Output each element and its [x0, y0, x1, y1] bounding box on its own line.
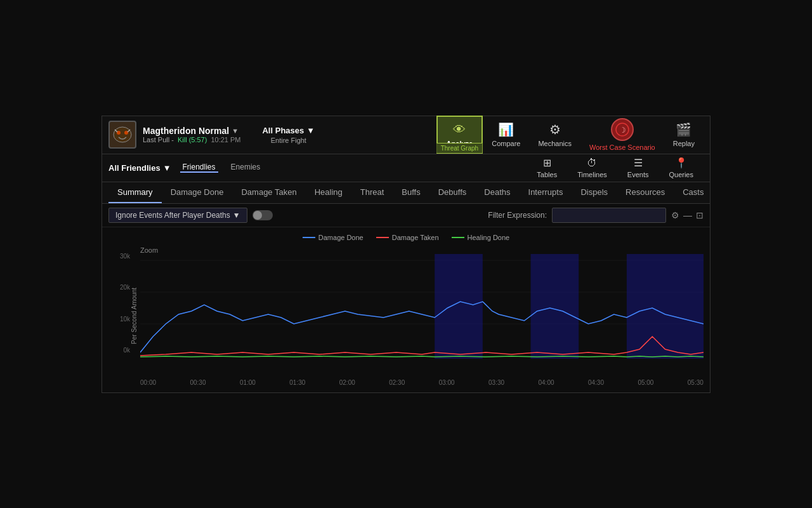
friendlies-enemies-tabs: Friendlies Enemies: [180, 163, 263, 173]
tab-resources[interactable]: Resources: [617, 182, 674, 203]
chart-legend: Damage Done Damage Taken Healing Done: [108, 234, 704, 241]
filter-expand-button[interactable]: ⊡: [696, 210, 704, 220]
tab-damage-done[interactable]: Damage Done: [162, 182, 233, 203]
svg-point-0: [114, 127, 131, 142]
nav-buttons: 👁 Analyze Threat Graph 📊 Compare ⚙ Mecha…: [436, 116, 704, 154]
filter-right: Filter Expression: ⚙ — ⊡: [488, 208, 704, 223]
legend-dot-damage-done: [303, 237, 315, 238]
boss-name[interactable]: Magtheridon Normal ▼: [143, 126, 240, 136]
tables-icon: ⊞: [543, 157, 551, 169]
tab-threat[interactable]: Threat: [351, 182, 393, 203]
tabs-row: Summary Damage Done Damage Taken Healing…: [102, 182, 710, 204]
damage-done-line: [140, 302, 704, 352]
chart-svg: [140, 254, 704, 378]
events-icon: ☰: [634, 157, 643, 169]
friendlies-tab[interactable]: Friendlies: [180, 163, 218, 173]
chart-with-axes: Per Second Amount Zoom 30k 20k 10k 0k: [108, 246, 704, 386]
healing-done-line: [140, 356, 704, 357]
queries-button[interactable]: 📍 Queries: [658, 154, 704, 182]
second-bar: All Friendlies ▼ Friendlies Enemies ⊞ Ta…: [102, 154, 710, 182]
mechanics-icon: ⚙: [549, 122, 561, 137]
chart-area: Damage Done Damage Taken Healing Done Pe…: [102, 227, 710, 392]
y-labels: 30k 20k 10k 0k: [120, 253, 130, 354]
second-bar-right: ⊞ Tables ⏱ Timelines ☰ Events 📍 Queries: [527, 154, 704, 182]
tab-casts[interactable]: Casts: [674, 182, 712, 203]
threat-graph-dropdown: Threat Graph: [437, 143, 482, 153]
replay-icon: 🎬: [676, 122, 691, 137]
boss-name-caret: ▼: [232, 127, 239, 135]
tab-dispels[interactable]: Dispels: [572, 182, 617, 203]
tab-summary[interactable]: Summary: [108, 182, 162, 203]
filter-expression-input[interactable]: [552, 208, 666, 223]
timelines-icon: ⏱: [587, 157, 597, 169]
legend-healing-done: Healing Done: [452, 234, 510, 241]
all-friendlies-button[interactable]: All Friendlies ▼: [108, 154, 178, 182]
tables-button[interactable]: ⊞ Tables: [527, 154, 567, 182]
phase-shade-3: [627, 254, 704, 359]
svg-text:☽: ☽: [619, 126, 625, 135]
filter-expression-label: Filter Expression:: [488, 211, 547, 220]
legend-damage-taken: Damage Taken: [376, 234, 439, 241]
kill-link[interactable]: Kill (5:57): [178, 136, 207, 144]
kill-time: 10:21 PM: [211, 136, 240, 144]
x-labels: 00:00 00:30 01:00 01:30 02:00 02:30 03:0…: [140, 378, 704, 386]
main-container: Magtheridon Normal ▼ Last Pull - Kill (5…: [102, 116, 710, 393]
tab-damage-taken[interactable]: Damage Taken: [232, 182, 305, 203]
top-bar: Magtheridon Normal ▼ Last Pull - Kill (5…: [102, 116, 710, 154]
phase-shade-2: [531, 254, 579, 359]
enemies-tab[interactable]: Enemies: [228, 163, 263, 173]
phase-shade-1: [435, 254, 483, 359]
legend-dot-damage-taken: [376, 237, 389, 238]
boss-info: Magtheridon Normal ▼ Last Pull - Kill (5…: [143, 126, 240, 144]
boss-sub: Last Pull - Kill (5:57) 10:21 PM: [143, 136, 240, 144]
analyze-button[interactable]: 👁 Analyze Threat Graph: [436, 116, 483, 154]
worst-case-label: Worst Case Scenario: [589, 144, 655, 151]
timelines-button[interactable]: ⏱ Timelines: [567, 154, 617, 182]
tab-interrupts[interactable]: Interrupts: [520, 182, 572, 203]
rankings-icon: ☽: [611, 118, 634, 141]
tab-healing[interactable]: Healing: [306, 182, 351, 203]
filter-settings-button[interactable]: ⚙: [671, 210, 679, 220]
y-axis-label: Per Second Amount: [131, 288, 138, 344]
replay-button[interactable]: 🎬 Replay: [664, 116, 704, 154]
filter-icons: ⚙ — ⊡: [671, 210, 704, 220]
phases-button[interactable]: All Phases ▼ Entire Fight: [253, 126, 324, 144]
legend-dot-healing-done: [452, 237, 464, 238]
mechanics-button[interactable]: ⚙ Mechanics: [529, 116, 580, 154]
rankings-button[interactable]: ☽ Worst Case Scenario: [580, 116, 664, 154]
damage-taken-line: [140, 337, 704, 356]
boss-icon: [108, 121, 136, 149]
chart-inner: Zoom 30k 20k 10k 0k: [140, 246, 704, 386]
compare-button[interactable]: 📊 Compare: [483, 116, 529, 154]
events-button[interactable]: ☰ Events: [617, 154, 659, 182]
outer-wrapper: Magtheridon Normal ▼ Last Pull - Kill (5…: [0, 0, 812, 508]
tab-debuffs[interactable]: Debuffs: [429, 182, 476, 203]
filter-minimize-button[interactable]: —: [683, 210, 692, 220]
legend-damage-done: Damage Done: [303, 234, 363, 241]
zoom-label: Zoom: [140, 246, 158, 254]
ignore-deaths-button[interactable]: Ignore Events After Player Deaths ▼: [108, 208, 247, 223]
tab-buffs[interactable]: Buffs: [393, 182, 429, 203]
queries-icon: 📍: [675, 157, 688, 169]
compare-icon: 📊: [498, 122, 514, 137]
eye-icon: 👁: [453, 123, 466, 137]
filter-bar: Ignore Events After Player Deaths ▼ Filt…: [102, 204, 710, 227]
toggle-switch[interactable]: [252, 210, 273, 220]
tab-deaths[interactable]: Deaths: [475, 182, 519, 203]
